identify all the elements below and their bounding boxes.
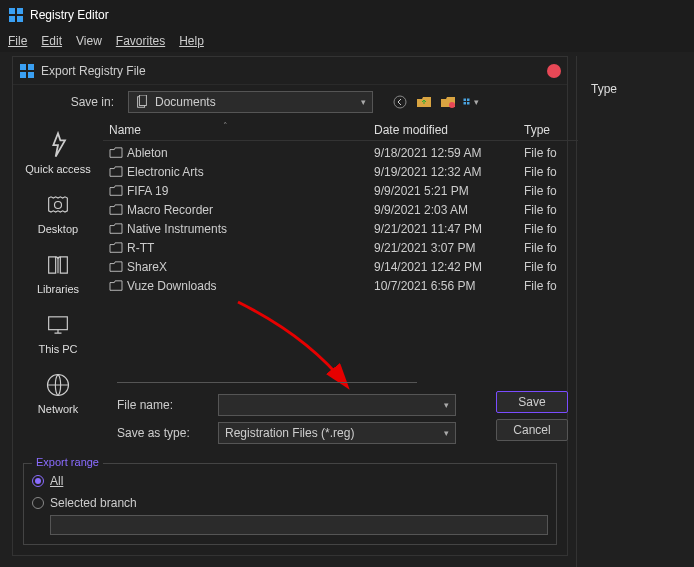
svg-rect-1 [17, 8, 23, 14]
views-icon[interactable]: ▾ [463, 93, 481, 111]
menu-edit[interactable]: Edit [41, 34, 62, 48]
svg-rect-9 [139, 95, 146, 106]
save-as-type-label: Save as type: [113, 426, 208, 440]
menu-help[interactable]: Help [179, 34, 204, 48]
libraries-icon [44, 251, 72, 279]
documents-icon [135, 95, 149, 109]
menubar: File Edit View Favorites Help [0, 30, 694, 52]
dialog-header: Export Registry File [13, 57, 567, 85]
svg-rect-6 [20, 72, 26, 78]
svg-rect-7 [28, 72, 34, 78]
svg-rect-5 [28, 64, 34, 70]
app-icon [8, 7, 24, 23]
svg-rect-17 [49, 317, 68, 330]
folder-icon [109, 204, 123, 216]
svg-rect-14 [464, 102, 467, 105]
right-col-type[interactable]: Type [591, 82, 684, 96]
svg-point-10 [394, 96, 406, 108]
table-row[interactable]: Ableton9/18/2021 12:59 AMFile fo [103, 143, 578, 162]
folder-icon [109, 223, 123, 235]
svg-point-16 [55, 202, 62, 209]
folder-icon [109, 185, 123, 197]
place-libraries[interactable]: Libraries [13, 245, 103, 301]
export-range-group: Export range All Selected branch [23, 463, 557, 545]
col-type[interactable]: Type [518, 123, 578, 137]
place-desktop[interactable]: Desktop [13, 185, 103, 241]
col-date[interactable]: Date modified [368, 123, 518, 137]
svg-rect-13 [467, 99, 470, 102]
svg-rect-4 [20, 64, 26, 70]
close-icon[interactable] [547, 64, 561, 78]
place-this-pc[interactable]: This PC [13, 305, 103, 361]
titlebar: Registry Editor [0, 0, 694, 30]
annotation-arrow [218, 297, 368, 417]
radio-all[interactable]: All [32, 470, 548, 492]
save-button[interactable]: Save [496, 391, 568, 413]
column-headers: Name˄ Date modified Type [103, 119, 578, 141]
app-title: Registry Editor [30, 8, 109, 22]
folder-icon [109, 147, 123, 159]
chevron-down-icon: ▾ [361, 97, 366, 107]
menu-view[interactable]: View [76, 34, 102, 48]
table-row[interactable]: FIFA 199/9/2021 5:21 PMFile fo [103, 181, 578, 200]
folder-icon [109, 166, 123, 178]
cancel-button[interactable]: Cancel [496, 419, 568, 441]
table-row[interactable]: R-TT9/21/2021 3:07 PMFile fo [103, 238, 578, 257]
file-name-label: File name: [113, 398, 208, 412]
radio-icon [32, 497, 44, 509]
quick-access-icon [44, 131, 72, 159]
chevron-down-icon: ▾ [444, 400, 449, 410]
desktop-icon [44, 191, 72, 219]
folder-icon [109, 242, 123, 254]
radio-selected-branch[interactable]: Selected branch [32, 492, 548, 514]
menu-file[interactable]: File [8, 34, 27, 48]
export-dialog: Export Registry File Save in: Documents … [12, 56, 568, 556]
file-pane: Name˄ Date modified Type Ableton9/18/202… [103, 119, 578, 457]
selected-branch-input[interactable] [50, 515, 548, 535]
col-name[interactable]: Name˄ [103, 123, 368, 137]
svg-rect-3 [17, 16, 23, 22]
folder-icon [109, 280, 123, 292]
table-row[interactable]: Vuze Downloads10/7/2021 6:56 PMFile fo [103, 276, 578, 295]
table-row[interactable]: Electronic Arts9/19/2021 12:32 AMFile fo [103, 162, 578, 181]
this-pc-icon [44, 311, 72, 339]
sort-asc-icon: ˄ [223, 121, 228, 131]
file-list: Ableton9/18/2021 12:59 AMFile foElectron… [103, 141, 578, 297]
svg-rect-0 [9, 8, 15, 14]
right-panel: Type [576, 56, 694, 567]
places-bar: Quick access Desktop Libraries This PC N… [13, 119, 103, 457]
menu-favorites[interactable]: Favorites [116, 34, 165, 48]
place-network[interactable]: Network [13, 365, 103, 421]
network-icon [44, 371, 72, 399]
radio-icon [32, 475, 44, 487]
save-in-label: Save in: [23, 95, 118, 109]
svg-point-11 [449, 102, 455, 108]
svg-rect-15 [467, 102, 470, 105]
save-in-select[interactable]: Documents ▾ [128, 91, 373, 113]
back-icon[interactable] [391, 93, 409, 111]
table-row[interactable]: ShareX9/14/2021 12:42 PMFile fo [103, 257, 578, 276]
dialog-title: Export Registry File [41, 64, 146, 78]
export-range-legend: Export range [32, 456, 103, 468]
chevron-down-icon: ▾ [444, 428, 449, 438]
table-row[interactable]: Native Instruments9/21/2021 11:47 PMFile… [103, 219, 578, 238]
place-quick-access[interactable]: Quick access [13, 125, 103, 181]
up-folder-icon[interactable] [415, 93, 433, 111]
svg-rect-12 [464, 99, 467, 102]
dialog-icon [19, 63, 35, 79]
svg-rect-2 [9, 16, 15, 22]
save-as-type-select[interactable]: Registration Files (*.reg) ▾ [218, 422, 456, 444]
folder-icon [109, 261, 123, 273]
new-folder-icon[interactable] [439, 93, 457, 111]
table-row[interactable]: Macro Recorder9/9/2021 2:03 AMFile fo [103, 200, 578, 219]
